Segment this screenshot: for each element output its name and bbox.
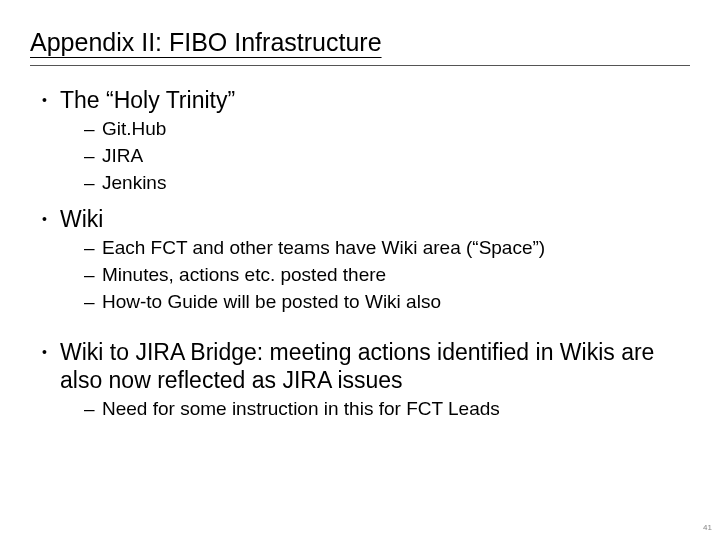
dash-icon: – [84, 396, 102, 421]
sub-item: –Need for some instruction in this for F… [84, 396, 690, 421]
sub-list: –Need for some instruction in this for F… [42, 396, 690, 421]
dash-icon: – [84, 262, 102, 287]
bullet-icon: • [42, 338, 60, 366]
sub-item: –JIRA [84, 143, 690, 168]
dash-icon: – [84, 116, 102, 141]
sub-list: –Git.Hub –JIRA –Jenkins [42, 116, 690, 195]
section-heading: Wiki to JIRA Bridge: meeting actions ide… [60, 338, 690, 394]
list-item: • The “Holy Trinity” –Git.Hub –JIRA –Jen… [42, 86, 690, 195]
sub-text: Minutes, actions etc. posted there [102, 262, 386, 287]
sub-list: –Each FCT and other teams have Wiki area… [42, 235, 690, 314]
dash-icon: – [84, 235, 102, 260]
sub-text: JIRA [102, 143, 143, 168]
title-rule [30, 65, 690, 66]
sub-item: –Git.Hub [84, 116, 690, 141]
dash-icon: – [84, 289, 102, 314]
section-heading: Wiki [60, 205, 103, 233]
page-number: 41 [703, 523, 712, 532]
sub-text: How-to Guide will be posted to Wiki also [102, 289, 441, 314]
sub-item: –Each FCT and other teams have Wiki area… [84, 235, 690, 260]
dash-icon: – [84, 143, 102, 168]
sub-item: –How-to Guide will be posted to Wiki als… [84, 289, 690, 314]
bullet-icon: • [42, 205, 60, 233]
slide-title: Appendix II: FIBO Infrastructure [30, 28, 690, 57]
dash-icon: – [84, 170, 102, 195]
list-item: • Wiki to JIRA Bridge: meeting actions i… [42, 338, 690, 421]
section-heading: The “Holy Trinity” [60, 86, 235, 114]
list-item: • Wiki –Each FCT and other teams have Wi… [42, 205, 690, 314]
content-list: • The “Holy Trinity” –Git.Hub –JIRA –Jen… [30, 86, 690, 421]
sub-item: –Jenkins [84, 170, 690, 195]
sub-text: Jenkins [102, 170, 166, 195]
sub-text: Each FCT and other teams have Wiki area … [102, 235, 545, 260]
sub-item: –Minutes, actions etc. posted there [84, 262, 690, 287]
sub-text: Git.Hub [102, 116, 166, 141]
sub-text: Need for some instruction in this for FC… [102, 396, 500, 421]
bullet-icon: • [42, 86, 60, 114]
